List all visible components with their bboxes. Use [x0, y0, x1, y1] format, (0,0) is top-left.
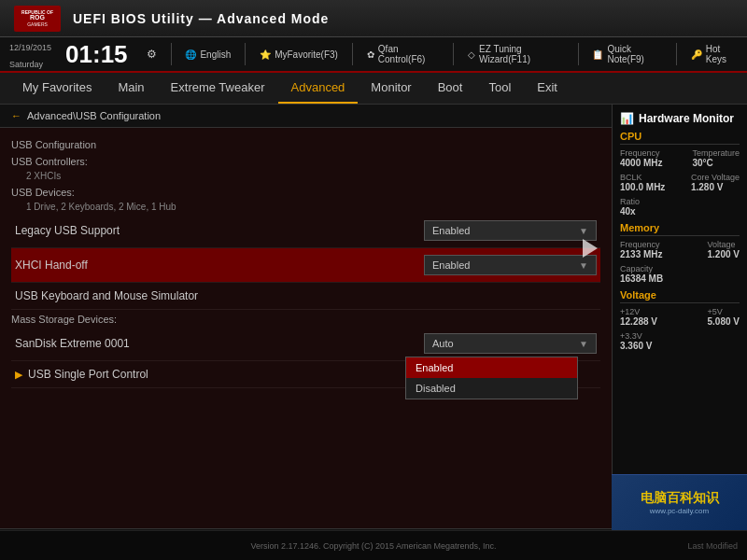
breadcrumb: ← Advanced\USB Configuration	[0, 105, 612, 128]
diamond-icon: ◇	[468, 49, 475, 60]
xhci-handoff-value: Enabled	[432, 259, 470, 271]
svg-text:ROG: ROG	[30, 14, 46, 21]
tool-hotkeys[interactable]: 🔑 Hot Keys	[691, 44, 738, 64]
usb-kb-mouse-label: USB Keyboard and Mouse Simulator	[15, 289, 597, 302]
separator	[171, 43, 172, 65]
dropdown-popup: Enabled Disabled	[405, 357, 578, 399]
bios-title: UEFI BIOS Utility — Advanced Mode	[73, 11, 329, 26]
xhci-handoff-label: XHCI Hand-off	[15, 259, 424, 272]
xhci-handoff-dropdown[interactable]: Enabled ▼	[424, 255, 597, 275]
nav-extreme-tweaker[interactable]: Extreme Tweaker	[158, 73, 278, 104]
tool-qfan[interactable]: ✿ Qfan Control(F6)	[367, 44, 439, 64]
separator2	[245, 43, 246, 65]
copyright-text: Version 2.17.1246. Copyright (C) 2015 Am…	[250, 541, 496, 551]
separator5	[578, 43, 579, 65]
nav-main[interactable]: Main	[105, 73, 157, 104]
cpu-temp-value: 30°C	[692, 158, 740, 168]
svg-text:GAMERS: GAMERS	[27, 21, 48, 27]
core-voltage-value: 1.280 V	[691, 182, 740, 192]
watermark-overlay: 电脑百科知识 www.pc-daily.com	[612, 474, 747, 530]
watermark-sub: www.pc-daily.com	[650, 507, 709, 515]
cpu-freq-value: 4000 MHz	[620, 158, 663, 168]
sandisk-dropdown[interactable]: Auto ▼	[424, 333, 597, 354]
xhci-count: 2 XHCIs	[11, 169, 600, 183]
navbar: My Favorites Main Extreme Tweaker Advanc…	[0, 73, 747, 105]
separator3	[352, 43, 353, 65]
fan-icon: ✿	[367, 49, 374, 60]
mem-voltage-value: 1.200 V	[708, 249, 740, 259]
bclk-value: 100.0 MHz	[620, 182, 665, 192]
chevron-down-icon: ▼	[579, 226, 588, 236]
usb-controllers-label: USB Controllers:	[11, 152, 600, 169]
tool-myfavorite[interactable]: ⭐ MyFavorite(F3)	[260, 49, 338, 60]
usb-kb-mouse-row: USB Keyboard and Mouse Simulator	[11, 283, 600, 310]
sandisk-label: SanDisk Extreme 0001	[15, 337, 424, 350]
date-display: 12/19/2015 Saturday	[9, 37, 51, 71]
cpu-section-label: CPU	[620, 131, 740, 145]
separator4	[453, 43, 454, 65]
header-bar: REPUBLIC OF ROG GAMERS UEFI BIOS Utility…	[0, 0, 747, 37]
sandisk-value: Auto	[432, 338, 454, 349]
voltage-section-label: Voltage	[620, 289, 740, 303]
usb-single-port-label: USB Single Port Control	[28, 368, 148, 381]
legacy-usb-row: Legacy USB Support Enabled ▼	[11, 214, 600, 248]
footer: Version 2.17.1246. Copyright (C) 2015 Am…	[0, 530, 747, 560]
expand-arrow-icon: ▶	[15, 369, 22, 381]
tool-eztuning[interactable]: ◇ EZ Tuning Wizard(F11)	[468, 44, 564, 64]
usb-device-list: 1 Drive, 2 Keyboards, 2 Mice, 1 Hub	[11, 200, 600, 214]
note-icon: 📋	[592, 49, 603, 60]
sidebar-title: 📊 Hardware Monitor	[620, 112, 740, 125]
mem-freq-value: 2133 MHz	[620, 249, 663, 259]
xhci-handoff-row: XHCI Hand-off Enabled ▼	[11, 248, 600, 283]
key-icon: 🔑	[691, 49, 702, 60]
legacy-usb-dropdown[interactable]: Enabled ▼	[424, 220, 597, 241]
content-panel: USB Configuration USB Controllers: 2 XHC…	[0, 128, 612, 396]
time-display: 01:15	[65, 40, 128, 69]
mem-voltage-label: Voltage	[708, 240, 740, 249]
last-modified-label: Last Modified	[687, 541, 738, 551]
legacy-usb-value: Enabled	[432, 225, 470, 236]
main-content: ← Advanced\USB Configuration USB Configu…	[0, 105, 612, 560]
popup-option-enabled[interactable]: Enabled	[406, 357, 577, 378]
chevron-down-icon3: ▼	[579, 339, 588, 349]
cpu-freq-row: Frequency 4000 MHz Temperature 30°C	[620, 148, 740, 170]
popup-option-disabled[interactable]: Disabled	[406, 378, 577, 399]
nav-monitor[interactable]: Monitor	[358, 73, 424, 104]
separator6	[676, 43, 677, 65]
legacy-usb-label: Legacy USB Support	[15, 224, 424, 237]
nav-tool[interactable]: Tool	[475, 73, 524, 104]
globe-icon: 🌐	[185, 49, 196, 60]
nav-my-favorites[interactable]: My Favorites	[9, 73, 105, 104]
timebar: 12/19/2015 Saturday 01:15 ⚙ 🌐 English ⭐ …	[0, 37, 747, 73]
breadcrumb-path: Advanced\USB Configuration	[27, 110, 161, 121]
memory-section-label: Memory	[620, 222, 740, 236]
tool-english[interactable]: 🌐 English	[185, 49, 231, 60]
tool-quicknote[interactable]: 📋 Quick Note(F9)	[592, 44, 661, 64]
mass-storage-label: Mass Storage Devices:	[11, 310, 600, 327]
cpu-temp-label: Temperature	[692, 148, 740, 158]
chevron-down-icon2: ▼	[579, 260, 588, 271]
star-icon: ⭐	[260, 49, 271, 60]
nav-advanced[interactable]: Advanced	[278, 73, 359, 104]
v5-label: +5V	[708, 307, 740, 316]
nav-exit[interactable]: Exit	[524, 73, 571, 104]
settings-icon[interactable]: ⚙	[147, 48, 157, 61]
cpu-freq-label: Frequency	[620, 148, 663, 158]
core-voltage-label: Core Voltage	[691, 173, 740, 182]
watermark-main: 电脑百科知识	[641, 490, 719, 507]
v12-row: +12V 12.288 V +5V 5.080 V	[620, 307, 740, 329]
v12-label: +12V	[620, 307, 657, 316]
bclk-label: BCLK	[620, 173, 665, 182]
mem-freq-label: Frequency	[620, 240, 663, 249]
back-button[interactable]: ←	[11, 110, 21, 121]
v12-value: 12.288 V	[620, 316, 657, 327]
bclk-row: BCLK 100.0 MHz Core Voltage 1.280 V	[620, 173, 740, 194]
v5-value: 5.080 V	[708, 316, 740, 327]
usb-devices-label: USB Devices:	[11, 183, 600, 200]
nav-boot[interactable]: Boot	[425, 73, 476, 104]
mem-freq-row: Frequency 2133 MHz Voltage 1.200 V	[620, 240, 740, 261]
usb-config-label: USB Configuration	[11, 135, 600, 152]
cursor	[583, 239, 598, 258]
ratio-block: Ratio 40x	[620, 197, 740, 217]
rog-logo: REPUBLIC OF ROG GAMERS	[9, 5, 65, 33]
